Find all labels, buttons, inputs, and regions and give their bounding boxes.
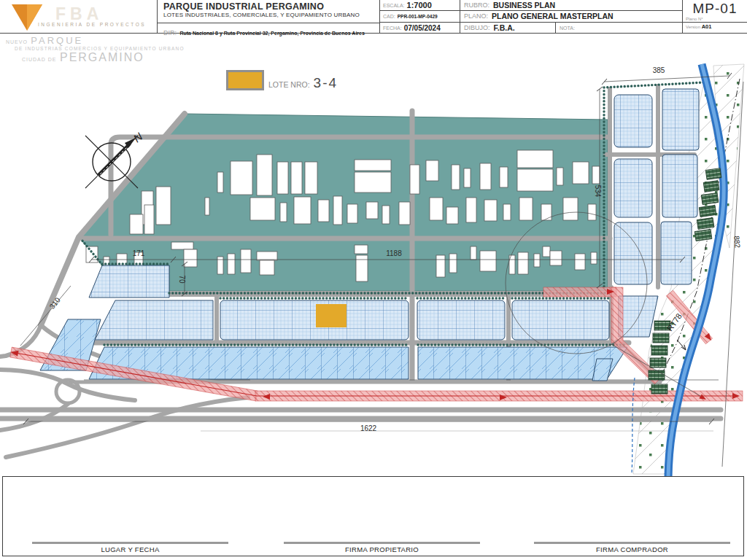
dimension-70: 70: [178, 275, 186, 284]
rubro-label: RUBRO:: [464, 1, 489, 9]
cad-label: CAD:: [383, 14, 395, 19]
watermark-pergamino: PERGAMINO: [60, 51, 144, 63]
project-subtitle: LOTES INDUSTRIALES, COMERCIALES, Y EQUIP…: [163, 12, 379, 18]
dibujo-value: F.B.A.: [494, 23, 515, 32]
watermark-nuevo: NUEVO: [6, 39, 28, 44]
watermark-parque: PARQUE: [31, 35, 83, 46]
dimension-171: 171: [133, 249, 145, 257]
plan-cell: RUBRO: BUSINESS PLAN PLANO: PLANO GENERA…: [460, 0, 682, 34]
meta-cell: ESCALA: 1:7000 CAD: PPR-001-MP-0429 FECH…: [379, 0, 460, 34]
signature-box: LUGAR Y FECHA FIRMA PROPIETARIO FIRMA CO…: [2, 476, 744, 556]
fba-logo-icon: [0, 0, 51, 32]
lot-legend: LOTE NRO: 3-4: [226, 70, 338, 90]
signature-field-firma-propietario: FIRMA PROPIETARIO: [284, 542, 480, 553]
cad-value: PPR-001-MP-0429: [398, 14, 438, 19]
escala-label: ESCALA:: [383, 3, 405, 8]
escala-value: 1:7000: [407, 1, 432, 9]
signature-line: [32, 542, 228, 544]
signature-field-firma-comprador: FIRMA COMPRADOR: [534, 542, 730, 553]
dimension-1188: 1188: [386, 249, 402, 257]
sheet-number-label: Plano N°: [683, 17, 747, 21]
plano-label: PLANO:: [464, 12, 488, 20]
dimension-1622: 1622: [360, 424, 377, 432]
watermark-subtitle: NUEVO PARQUE DE INDUSTRIAS COMERCIOS Y E…: [6, 34, 185, 63]
lot-color-swatch: [226, 70, 264, 90]
lot-legend-value: 3-4: [314, 75, 338, 91]
highlighted-lot-3-4: [316, 304, 347, 327]
rubro-value: BUSINESS PLAN: [493, 1, 555, 9]
fecha-value: 07/05/2024: [404, 24, 441, 32]
signature-line: [534, 542, 730, 544]
sheet-code: MP-01: [683, 1, 747, 17]
logo-cell: FBA INGENIERIA DE PROYECTOS: [0, 0, 157, 34]
title-block: FBA INGENIERIA DE PROYECTOS PARQUE INDUS…: [0, 0, 747, 34]
brand-tagline: INGENIERIA DE PROYECTOS: [38, 22, 146, 27]
sheet-version-value: A01: [702, 23, 712, 30]
dimension-882: 882: [732, 236, 742, 249]
sheet-version-label: Version: [686, 25, 700, 29]
signature-line: [284, 542, 480, 544]
project-cell: PARQUE INDUSTRIAL PERGAMINO LOTES INDUST…: [157, 0, 379, 34]
fecha-label: FECHA:: [383, 26, 402, 31]
dir-value: Ruta Nacional 8 y Ruta Provincial 32, Pe…: [179, 31, 364, 36]
signature-field-lugar-y-fecha: LUGAR Y FECHA: [32, 542, 228, 553]
dimension-385: 385: [653, 66, 665, 74]
sheet-cell: MP-01 Plano N° Version A01: [682, 0, 747, 34]
nota-label: NOTA:: [560, 26, 575, 31]
compass-n-label: N: [131, 130, 144, 144]
dimension-534: 534: [594, 185, 602, 198]
watermark-ciudad-de: CIUDAD DE: [22, 57, 57, 62]
lot-legend-label: LOTE NRO:: [268, 80, 310, 89]
dibujo-label: DIBUJO:: [464, 24, 490, 31]
project-title: PARQUE INDUSTRIAL PERGAMINO: [163, 1, 379, 12]
plano-value: PLANO GENERAL MASTERPLAN: [492, 12, 614, 20]
dir-label: DIR:: [163, 29, 177, 36]
brand-ghost-text: FBA: [55, 4, 103, 24]
